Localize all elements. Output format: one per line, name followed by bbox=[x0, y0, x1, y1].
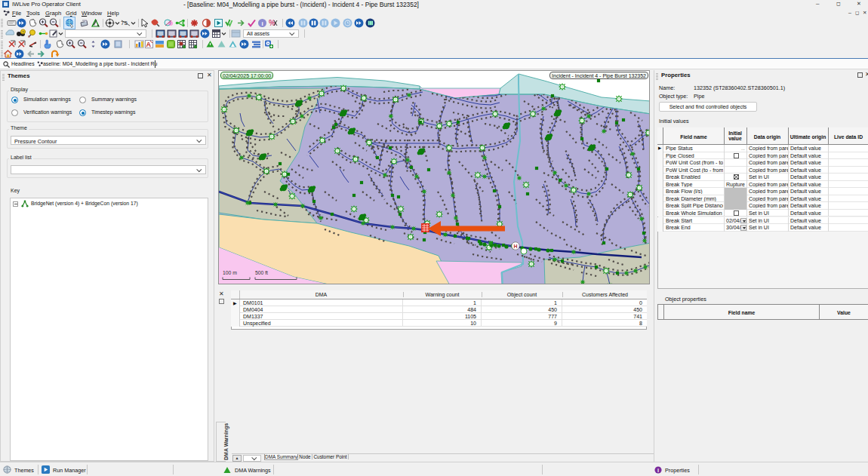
svg-text:?: ? bbox=[22, 30, 24, 35]
svg-text:500 ft: 500 ft bbox=[255, 270, 268, 275]
svg-text:%: % bbox=[269, 19, 275, 27]
svg-text:100 m: 100 m bbox=[223, 270, 237, 275]
svg-text:A: A bbox=[146, 41, 151, 48]
svg-text:i: i bbox=[261, 20, 263, 27]
svg-text:H: H bbox=[513, 244, 517, 249]
svg-text:i: i bbox=[657, 467, 659, 474]
